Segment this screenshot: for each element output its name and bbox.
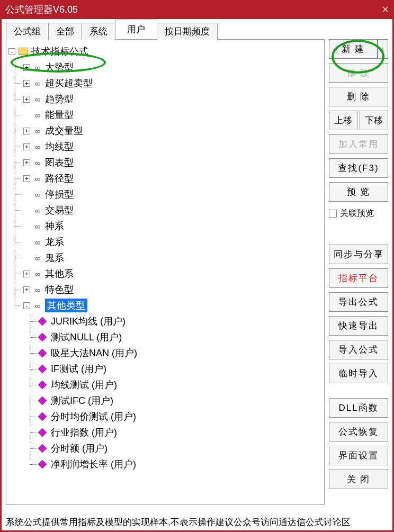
- collapse-icon[interactable]: -: [23, 302, 30, 309]
- link-icon: ∞: [32, 269, 43, 278]
- dll-function-button[interactable]: DLL函数: [329, 398, 388, 418]
- tab-all[interactable]: 全部: [48, 23, 82, 40]
- expand-icon[interactable]: +: [23, 143, 30, 150]
- status-bar: 系统公式提供常用指标及模型的实现样本,不表示操作建议公众号访问通达信公式讨论区: [6, 516, 388, 528]
- tree-item[interactable]: 交易型: [45, 204, 74, 217]
- tab-formula-group[interactable]: 公式组: [6, 23, 49, 40]
- button-panel: 新 建 ↓ 修 改 删 除 上移 下移 加入常用 查找(F3) 预 览 关联预览…: [329, 23, 388, 505]
- ui-setting-button[interactable]: 界面设置: [329, 446, 388, 465]
- link-icon: ∞: [32, 63, 43, 72]
- tree-item[interactable]: 停损型: [45, 188, 74, 201]
- tree-root-label[interactable]: 技术指标公式: [31, 45, 88, 58]
- expand-icon[interactable]: +: [23, 80, 30, 87]
- modify-button[interactable]: 修 改: [329, 63, 388, 83]
- tree-leaf[interactable]: 分时额 (用户): [51, 442, 108, 455]
- tree-leaf[interactable]: 均线测试 (用户): [51, 378, 117, 391]
- tree-leaf[interactable]: 测试IFC (用户): [51, 394, 113, 407]
- diamond-icon: [38, 428, 47, 437]
- link-icon: ∞: [32, 190, 43, 199]
- link-icon: ∞: [32, 206, 43, 215]
- expand-icon[interactable]: +: [23, 96, 30, 103]
- link-icon: ∞: [32, 222, 43, 231]
- link-icon: ∞: [32, 254, 43, 263]
- tree-item-selected[interactable]: 其他类型: [45, 299, 87, 312]
- tree-item[interactable]: 均线型: [45, 140, 74, 153]
- tab-bar: 公式组 全部 系统 用户 按日期频度: [6, 23, 325, 39]
- folder-icon: [19, 48, 28, 55]
- tree-item[interactable]: 超买超卖型: [45, 77, 93, 89]
- diamond-icon: [38, 317, 47, 326]
- titlebar: 公式管理器V6.05 ×: [0, 0, 394, 19]
- window-title: 公式管理器V6.05: [5, 3, 78, 16]
- tree-item[interactable]: 图表型: [45, 156, 74, 169]
- tree-leaf[interactable]: 测试NULL (用户): [51, 331, 122, 344]
- diamond-icon: [38, 333, 47, 342]
- expand-icon[interactable]: +: [23, 270, 30, 277]
- link-icon: ∞: [32, 285, 43, 294]
- find-button[interactable]: 查找(F3): [329, 158, 388, 178]
- link-icon: ∞: [32, 95, 43, 104]
- tree-item[interactable]: 大势型: [45, 61, 74, 74]
- link-icon: ∞: [32, 238, 43, 247]
- tree-item[interactable]: 路径型: [45, 172, 74, 185]
- expand-icon[interactable]: +: [23, 175, 30, 182]
- delete-button[interactable]: 删 除: [329, 87, 388, 106]
- diamond-icon: [38, 381, 47, 390]
- link-icon: ∞: [32, 158, 43, 167]
- diamond-icon: [38, 365, 47, 374]
- diamond-icon: [38, 460, 47, 469]
- tree-item[interactable]: 鬼系: [45, 251, 64, 264]
- import-button[interactable]: 导入公式: [329, 340, 388, 359]
- sync-share-button[interactable]: 同步与分享: [329, 245, 388, 264]
- tree-view[interactable]: - 技术指标公式 +∞大势型 +∞超买超卖型 +∞趋势型 ∞能量型 +∞成交量型…: [6, 39, 325, 505]
- export-button[interactable]: 导出公式: [329, 292, 388, 312]
- tree-item[interactable]: 其他系: [45, 267, 74, 280]
- new-button[interactable]: 新 建: [329, 39, 378, 59]
- expand-icon[interactable]: +: [23, 128, 30, 134]
- indicator-platform-button[interactable]: 指标平台: [329, 268, 388, 288]
- related-preview-label: 关联预览: [340, 208, 374, 219]
- tree-item[interactable]: 趋势型: [45, 93, 74, 105]
- quick-export-button[interactable]: 快速导出: [329, 316, 388, 336]
- close-icon[interactable]: ×: [382, 3, 389, 16]
- tree-leaf[interactable]: 行业指数 (用户): [51, 426, 117, 439]
- preview-button[interactable]: 预 览: [329, 182, 388, 202]
- tree-item[interactable]: 成交量型: [45, 124, 83, 137]
- tab-user[interactable]: 用户: [115, 20, 157, 39]
- new-dropdown-button[interactable]: ↓: [378, 39, 388, 59]
- diamond-icon: [38, 396, 47, 405]
- tree-item[interactable]: 龙系: [45, 236, 64, 248]
- link-icon: ∞: [32, 127, 43, 136]
- collapse-icon[interactable]: -: [8, 48, 15, 55]
- expand-icon[interactable]: +: [23, 159, 30, 166]
- diamond-icon: [38, 349, 47, 358]
- tree-leaf[interactable]: JURIK均线 (用户): [51, 315, 126, 328]
- link-icon: ∞: [32, 301, 43, 310]
- tree-leaf[interactable]: 净利润增长率 (用户): [51, 458, 136, 471]
- temp-import-button[interactable]: 临时导入: [329, 364, 388, 383]
- diamond-icon: [38, 412, 47, 421]
- tree-item[interactable]: 神系: [45, 220, 64, 232]
- related-preview-checkbox[interactable]: [329, 210, 337, 218]
- link-icon: ∞: [32, 142, 43, 151]
- diamond-icon: [38, 444, 47, 453]
- close-button[interactable]: 关 闭: [329, 470, 388, 489]
- tree-leaf[interactable]: 分时均价测试 (用户): [51, 410, 136, 423]
- expand-icon[interactable]: +: [23, 64, 30, 71]
- link-icon: ∞: [32, 111, 43, 120]
- tab-by-date[interactable]: 按日期频度: [157, 23, 218, 40]
- tab-system[interactable]: 系统: [82, 23, 115, 40]
- link-icon: ∞: [32, 174, 43, 183]
- expand-icon[interactable]: +: [23, 286, 30, 293]
- move-up-button[interactable]: 上移: [329, 111, 357, 130]
- formula-restore-button[interactable]: 公式恢复: [329, 422, 388, 441]
- link-icon: ∞: [32, 79, 43, 88]
- tree-item[interactable]: 特色型: [45, 283, 74, 296]
- tree-item[interactable]: 能量型: [45, 109, 74, 121]
- add-favorite-button[interactable]: 加入常用: [329, 134, 388, 154]
- tree-leaf[interactable]: 吸星大法NAN (用户): [51, 347, 137, 359]
- tree-leaf[interactable]: IF测试 (用户): [51, 363, 106, 375]
- move-down-button[interactable]: 下移: [360, 111, 388, 130]
